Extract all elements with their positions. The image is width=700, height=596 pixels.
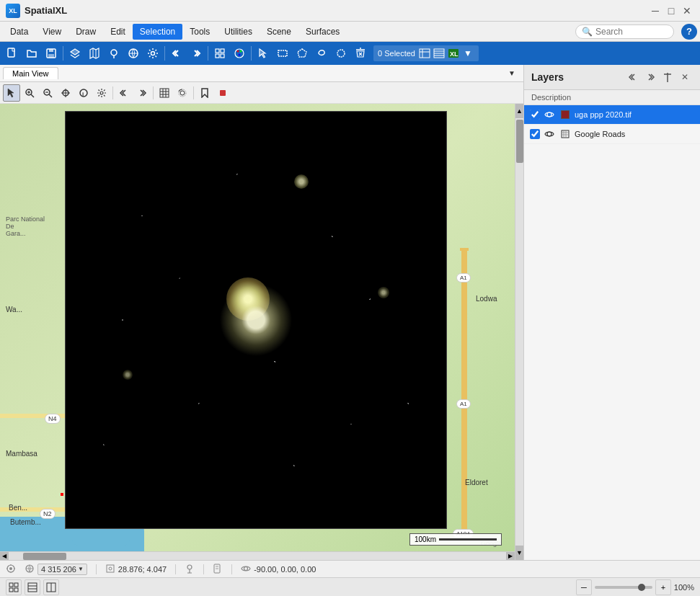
layers-prev-prev-button[interactable] [625,69,641,85]
layers-header: Layers ✕ [524,65,700,90]
layers-close-button[interactable]: ✕ [677,69,693,85]
zoom-in-tool[interactable] [21,84,38,102]
more-options-icon[interactable]: ▼ [461,47,474,60]
scroll-down-button[interactable]: ▼ [515,546,523,560]
zoom-slider-thumb[interactable] [638,584,645,591]
new-button[interactable] [3,44,22,63]
main-view-tab[interactable]: Main View [3,67,58,79]
search-input[interactable] [595,27,668,37]
scroll-up-button[interactable]: ▲ [515,104,523,118]
gps-value-select[interactable]: 4 315 206 ▼ [37,564,87,575]
main-toolbar: 0 Selected XL ▼ [0,42,700,65]
layer-checkbox-raster[interactable] [530,110,540,120]
svg-point-74 [187,565,192,569]
menu-tools[interactable]: Tools [182,24,217,40]
open-button[interactable] [22,44,41,63]
palette-button[interactable] [230,44,249,63]
layer-item-roads[interactable]: Google Roads [524,125,700,144]
layer-button[interactable] [66,44,84,63]
pan-tool[interactable] [57,84,74,102]
nav-back-tool[interactable] [115,84,133,102]
stop-tool[interactable] [214,84,231,102]
svg-point-11 [151,52,155,55]
zoom-percentage: 100% [674,583,694,592]
menu-surfaces[interactable]: Surfaces [298,24,347,40]
select-polygon-button[interactable] [293,44,311,63]
layer-type-roads-icon [559,128,572,141]
split-view-button[interactable] [43,579,59,595]
nav-next-button[interactable] [187,44,205,63]
vertical-scrollbar[interactable]: ▲ ▼ [515,104,523,560]
gps-value: 4 315 206 [41,565,76,574]
select-lasso-button[interactable] [312,44,331,63]
titlebar-controls: ─ □ ✕ [648,4,694,18]
road-a1-label-bg [460,248,469,251]
zoom-slider[interactable] [595,586,652,589]
zoom-in-button[interactable]: + [655,579,671,595]
nav-fwd-tool[interactable] [133,84,151,102]
eye-icon [241,564,251,575]
close-button[interactable]: ✕ [680,4,694,18]
grid-button[interactable] [211,44,229,63]
layers-col-header: Description [524,90,700,105]
bookmark-button[interactable] [105,44,123,63]
world-icon [25,564,35,575]
grid-view-button[interactable] [6,579,22,595]
scroll-thumb-v[interactable] [516,120,523,163]
svg-rect-53 [220,90,226,96]
layer-visibility-icon [543,108,556,121]
svg-rect-0 [8,48,14,57]
svg-rect-79 [9,583,13,587]
visualize-tool[interactable] [174,84,191,102]
menu-data[interactable]: Data [3,24,35,40]
search-area[interactable]: 🔍 [575,25,674,39]
select-circle-button[interactable] [332,44,350,63]
layer-checkbox-roads[interactable] [530,129,540,139]
map-area: Main View ▼ i [0,65,523,560]
menu-view[interactable]: View [35,24,68,40]
map-toolbar-sep-3 [193,86,194,99]
settings-tool[interactable] [93,84,110,102]
scroll-left-button[interactable]: ◀ [0,552,9,560]
menu-draw[interactable]: Draw [68,24,103,40]
map-canvas[interactable]: Parc National De Gara... Wa... Mambasa B… [0,104,523,560]
clear-select-button[interactable] [351,44,370,63]
menu-selection[interactable]: Selection [133,24,182,40]
maximize-button[interactable]: □ [664,4,678,18]
map-button[interactable] [85,44,104,63]
layers-next-button[interactable] [642,69,658,85]
nav-prev-button[interactable] [167,44,186,63]
save-button[interactable] [42,44,61,63]
grid-tool[interactable] [156,84,173,102]
settings-button[interactable] [143,44,162,63]
tab-dropdown-button[interactable]: ▼ [503,65,520,82]
help-button[interactable]: ? [681,24,697,40]
identify-tool[interactable]: i [75,84,92,102]
svg-text:i: i [82,91,84,97]
zoom-out-tool[interactable] [39,84,56,102]
minimize-button[interactable]: ─ [648,4,663,18]
menu-edit[interactable]: Edit [103,24,133,40]
menu-utilities[interactable]: Utilities [217,24,260,40]
list-view-button[interactable] [25,579,40,595]
select-rect-button[interactable] [273,44,292,63]
svg-point-51 [180,91,185,95]
globe-button[interactable] [124,44,143,63]
selected-count-display: 0 Selected XL ▼ [373,45,479,61]
horizontal-scrollbar[interactable]: ◀ ▶ [0,551,515,560]
layer-type-raster-icon [559,108,572,121]
svg-rect-23 [420,49,430,58]
svg-line-38 [49,94,52,97]
menu-scene[interactable]: Scene [260,24,298,40]
label-de: De [6,223,14,230]
tab-label: Main View [12,69,49,78]
zoom-out-button[interactable]: ─ [576,579,592,595]
scroll-right-button[interactable]: ▶ [506,552,515,560]
scroll-thumb-h[interactable] [23,553,66,560]
layer-item-raster[interactable]: uga ppp 2020.tif [524,105,700,125]
select-cursor-button[interactable] [254,44,273,63]
layers-pin-button[interactable] [660,69,675,85]
pointer-tool[interactable] [3,84,20,102]
toolbar-sep-1 [63,46,63,61]
bookmark-map-tool[interactable] [196,84,213,102]
